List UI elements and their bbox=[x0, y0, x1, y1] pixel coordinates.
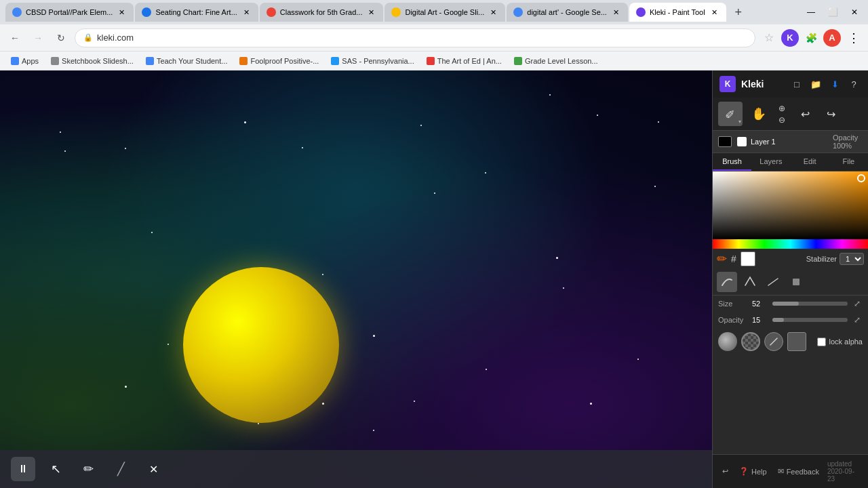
tab-digital[interactable]: Digital Art - Google Sli... ✕ bbox=[384, 3, 505, 22]
canvas-area[interactable]: ⏸ ↖ ✏ ╱ ✕ bbox=[0, 70, 712, 488]
bookmark-favicon-0 bbox=[11, 57, 19, 65]
redo-button[interactable]: ↪ bbox=[818, 102, 843, 126]
lock-alpha-checkbox[interactable] bbox=[817, 338, 826, 346]
tab-edit[interactable]: Edit bbox=[791, 153, 829, 171]
help-footer-button[interactable]: ❓ Help bbox=[736, 466, 770, 477]
kleki-title: Kleki bbox=[741, 79, 784, 89]
preset-square-btn[interactable] bbox=[787, 332, 806, 351]
tab-brush[interactable]: Brush bbox=[713, 153, 751, 171]
extensions-icon[interactable]: 🧩 bbox=[802, 28, 821, 47]
color-gradient-handle[interactable] bbox=[857, 174, 865, 182]
bookmark-star-icon[interactable]: ☆ bbox=[760, 28, 778, 47]
size-slider[interactable] bbox=[772, 302, 848, 306]
right-panel: K Kleki □ 📁 ⬇ ? ✏ ▾ ✋ ⊕ bbox=[712, 70, 868, 488]
tab-classwork[interactable]: Classwork for 5th Grad... ✕ bbox=[260, 3, 384, 22]
bookmark-label-5: The Art of Ed | An... bbox=[437, 57, 502, 65]
color-picker-area[interactable] bbox=[713, 171, 868, 249]
bookmark-item-5[interactable]: The Art of Ed | An... bbox=[421, 56, 507, 66]
profile-k-icon[interactable]: K bbox=[781, 29, 799, 47]
size-expand-icon[interactable]: ⤢ bbox=[852, 298, 863, 309]
star-10 bbox=[549, 94, 551, 96]
color-gradient[interactable] bbox=[713, 171, 868, 239]
size-row: Size 52 ⤢ bbox=[713, 296, 868, 312]
tab-close-digital[interactable]: ✕ bbox=[488, 7, 498, 18]
forward-button[interactable]: → bbox=[28, 28, 47, 47]
eraser-tool-button[interactable]: ╱ bbox=[108, 457, 133, 481]
opacity-slider[interactable] bbox=[772, 318, 848, 322]
more-options-icon[interactable]: ⋮ bbox=[844, 28, 863, 47]
undo-button[interactable]: ↩ bbox=[793, 102, 817, 126]
back-button[interactable]: ← bbox=[5, 28, 24, 47]
browser-frame: CBSD Portal//Park Elem... ✕ Seating Char… bbox=[0, 0, 868, 488]
refresh-button[interactable]: ↻ bbox=[52, 28, 71, 47]
bookmark-item-0[interactable]: Apps bbox=[5, 56, 44, 66]
tab-cbsd[interactable]: CBSD Portal//Park Elem... ✕ bbox=[5, 3, 134, 22]
fill-brush-btn[interactable] bbox=[786, 272, 806, 292]
white-color-swatch[interactable] bbox=[741, 251, 755, 266]
tab-kleki[interactable]: Kleki - Paint Tool ✕ bbox=[629, 3, 726, 22]
bookmark-item-3[interactable]: Foolproof Positive-... bbox=[234, 56, 324, 66]
bookmark-favicon-5 bbox=[427, 57, 435, 65]
star-14 bbox=[654, 186, 656, 187]
download-icon[interactable]: ⬇ bbox=[827, 77, 842, 92]
tab-google[interactable]: digital art' - Google Se... ✕ bbox=[507, 3, 628, 22]
bookmark-favicon-6 bbox=[514, 57, 522, 65]
tab-close-google[interactable]: ✕ bbox=[611, 7, 621, 18]
tab-file[interactable]: File bbox=[829, 153, 868, 171]
new-tab-button[interactable]: + bbox=[729, 3, 748, 22]
color-swatches: ✏ # Stabilizer 123 bbox=[713, 249, 868, 269]
hand-tool-btn[interactable]: ✋ bbox=[747, 102, 771, 126]
close-button[interactable]: ✕ bbox=[846, 4, 863, 20]
undo-redo: ↩ ↪ bbox=[793, 102, 843, 126]
color-gradient-dark bbox=[713, 171, 868, 239]
bookmark-label-4: SAS - Pennsylvania... bbox=[342, 57, 414, 65]
layer-color-swatch bbox=[718, 136, 732, 147]
preset-texture-btn[interactable] bbox=[741, 332, 760, 351]
star-25 bbox=[590, 403, 592, 405]
zoom-out-button[interactable]: ⊖ bbox=[775, 115, 789, 125]
bookmark-item-2[interactable]: Teach Your Student... bbox=[140, 56, 233, 66]
stabilizer-select[interactable]: 123 bbox=[840, 253, 864, 265]
tab-favicon-cbsd bbox=[12, 7, 22, 17]
tab-label-kleki: Kleki - Paint Tool bbox=[650, 8, 705, 16]
bookmark-item-1[interactable]: Sketchbook Slidesh... bbox=[45, 56, 139, 66]
bookmark-item-6[interactable]: Grade Level Lesson... bbox=[509, 56, 604, 66]
star-12 bbox=[597, 115, 598, 116]
preset-eraser-btn[interactable] bbox=[764, 332, 783, 351]
color-hue-bar[interactable] bbox=[713, 239, 868, 249]
tab-close-seating[interactable]: ✕ bbox=[241, 7, 252, 18]
star-21 bbox=[373, 430, 374, 431]
cursor-tool-button[interactable]: ↖ bbox=[43, 457, 68, 481]
open-folder-icon[interactable]: 📁 bbox=[808, 77, 823, 92]
smooth-brush-btn[interactable] bbox=[717, 272, 737, 292]
line-brush-btn[interactable] bbox=[763, 272, 783, 292]
bezier-brush-btn[interactable] bbox=[740, 272, 760, 292]
zoom-in-button[interactable]: ⊕ bbox=[775, 103, 789, 114]
star-1 bbox=[125, 148, 126, 149]
pause-button[interactable]: ⏸ bbox=[11, 457, 35, 481]
brush-color-icon[interactable]: ✏ bbox=[717, 251, 727, 266]
zoom-controls: ⊕ ⊖ bbox=[775, 103, 789, 125]
tab-close-cbsd[interactable]: ✕ bbox=[117, 7, 127, 18]
close-button[interactable]: ✕ bbox=[141, 457, 165, 481]
svg-rect-0 bbox=[793, 279, 800, 285]
preset-solid-btn[interactable] bbox=[718, 332, 737, 351]
tab-close-classwork[interactable]: ✕ bbox=[366, 7, 376, 18]
tab-seating[interactable]: Seating Chart: Fine Art... ✕ bbox=[135, 3, 258, 22]
undo-footer-button[interactable]: ↩ bbox=[719, 466, 731, 477]
brush-tool-btn[interactable]: ✏ ▾ bbox=[718, 102, 743, 126]
maximize-button[interactable]: ⬜ bbox=[825, 4, 841, 20]
tab-layers[interactable]: Layers bbox=[751, 153, 790, 171]
bookmark-favicon-2 bbox=[146, 57, 154, 65]
address-bar[interactable]: 🔒 kleki.com bbox=[75, 28, 755, 47]
brush-tool-button[interactable]: ✏ bbox=[76, 457, 100, 481]
new-canvas-icon[interactable]: □ bbox=[789, 77, 804, 92]
help-icon[interactable]: ? bbox=[846, 77, 861, 92]
feedback-footer-button[interactable]: ✉ Feedback bbox=[775, 466, 822, 477]
minimize-button[interactable]: — bbox=[803, 4, 819, 20]
bookmark-item-4[interactable]: SAS - Pennsylvania... bbox=[326, 56, 419, 66]
user-avatar-icon[interactable]: A bbox=[823, 29, 841, 47]
opacity-label: Opacity bbox=[718, 316, 748, 324]
tab-close-kleki[interactable]: ✕ bbox=[709, 7, 719, 18]
opacity-expand-icon[interactable]: ⤢ bbox=[852, 314, 863, 325]
